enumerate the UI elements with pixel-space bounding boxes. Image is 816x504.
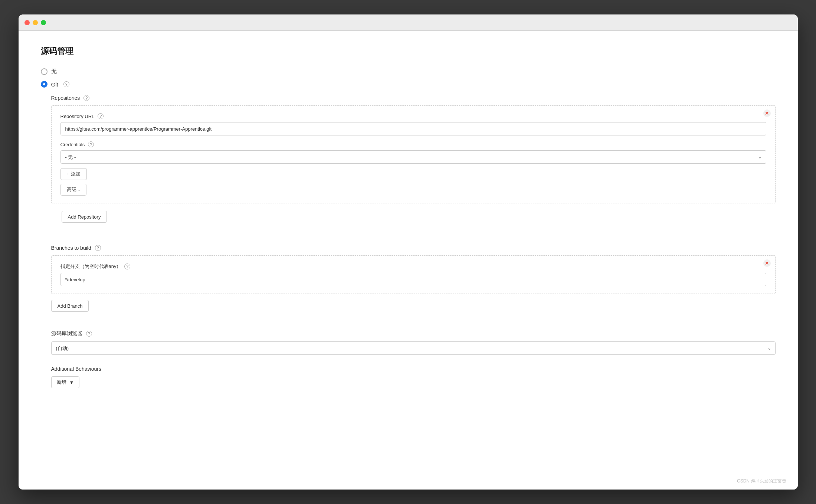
branch-close-button[interactable]: ✕: [763, 259, 771, 267]
radio-git-label: Git: [51, 81, 58, 88]
radio-none[interactable]: 无: [41, 68, 776, 75]
maximize-button[interactable]: [41, 20, 46, 25]
repo-url-label: Repository URL ?: [60, 113, 766, 119]
add-repository-button[interactable]: Add Repository: [62, 211, 107, 223]
branches-label: Branches to build ?: [51, 245, 776, 251]
traffic-lights: [24, 20, 46, 25]
repo-url-help-icon[interactable]: ?: [98, 113, 104, 119]
main-window: 源码管理 无 Git ? Repositories ? ✕: [19, 14, 798, 490]
new-behaviour-button[interactable]: 新增 ▼: [51, 376, 80, 388]
specify-branch-label: 指定分支（为空时代表any） ?: [60, 263, 766, 270]
advanced-button[interactable]: 高级...: [60, 184, 87, 196]
repositories-label: Repositories ?: [51, 95, 776, 101]
source-browser-select-wrapper: (自动) ⌄: [51, 341, 776, 355]
source-browser-select[interactable]: (自动): [51, 341, 776, 355]
credentials-label: Credentials ?: [60, 141, 766, 147]
radio-git[interactable]: Git ?: [41, 81, 776, 88]
page-title: 源码管理: [41, 46, 776, 57]
repository-card: ✕ Repository URL ? Credentials ? - 无 -: [51, 105, 776, 203]
add-credentials-button[interactable]: + 添加: [60, 168, 87, 180]
branch-card: ✕ 指定分支（为空时代表any） ?: [51, 255, 776, 294]
watermark: CSDN @掉头发的王富贵: [737, 478, 787, 484]
radio-git-circle: [41, 81, 47, 88]
add-branch-button[interactable]: Add Branch: [51, 300, 89, 312]
branches-help-icon[interactable]: ?: [95, 245, 101, 251]
scm-radio-group: 无 Git ?: [41, 68, 776, 88]
branches-section: Branches to build ? ✕ 指定分支（为空时代表any） ? A…: [51, 245, 776, 323]
credentials-help-icon[interactable]: ?: [88, 141, 94, 147]
radio-none-circle: [41, 68, 47, 75]
repo-close-button[interactable]: ✕: [763, 109, 771, 117]
main-content: 源码管理 无 Git ? Repositories ? ✕: [19, 31, 798, 490]
titlebar: [19, 14, 798, 31]
new-behaviour-dropdown-arrow: ▼: [69, 380, 74, 385]
credentials-select[interactable]: - 无 -: [60, 150, 766, 164]
repo-url-input[interactable]: [60, 122, 766, 135]
source-browser-section: 源码库浏览器 ? (自动) ⌄: [51, 330, 776, 355]
specify-branch-help-icon[interactable]: ?: [124, 264, 130, 269]
minimize-button[interactable]: [33, 20, 38, 25]
additional-behaviours-label: Additional Behaviours: [51, 366, 776, 372]
close-button[interactable]: [24, 20, 30, 25]
repositories-help-icon[interactable]: ?: [83, 95, 89, 101]
source-browser-help-icon[interactable]: ?: [86, 331, 92, 337]
credentials-select-wrapper: - 无 - ⌄: [60, 150, 766, 164]
branch-input[interactable]: [60, 273, 766, 286]
source-browser-label: 源码库浏览器 ?: [51, 330, 776, 337]
repositories-section: Repositories ? ✕ Repository URL ? Creden…: [51, 95, 776, 203]
git-help-icon[interactable]: ?: [63, 81, 69, 87]
radio-none-label: 无: [51, 68, 57, 75]
credentials-section: Credentials ? - 无 - ⌄ + 添加: [60, 141, 766, 180]
